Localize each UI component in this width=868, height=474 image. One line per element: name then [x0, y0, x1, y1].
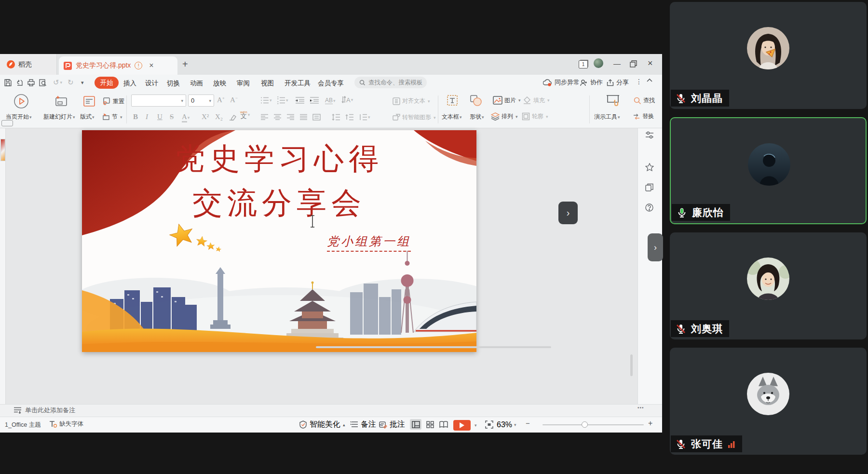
text-box-icon[interactable]: [447, 95, 458, 106]
menu-tab-home[interactable]: 开始: [95, 77, 119, 89]
menu-tab-member[interactable]: 会员专享: [318, 79, 344, 88]
menu-tab-animation[interactable]: 动画: [190, 79, 203, 88]
slide-layout-label[interactable]: 版式▾: [80, 113, 95, 121]
slide-thumbnail[interactable]: [0, 139, 5, 161]
tab-document[interactable]: 党史学习心得.pptx ! ×: [59, 56, 177, 75]
presentation-tools-icon[interactable]: [606, 94, 620, 108]
reading-view-button[interactable]: [438, 419, 449, 430]
underline-button[interactable]: U: [157, 113, 163, 121]
menu-tab-insert[interactable]: 插入: [123, 79, 136, 88]
section-button[interactable]: 节▾: [102, 113, 122, 121]
align-text-button[interactable]: 对齐文本▾: [393, 97, 430, 105]
bold-button[interactable]: B: [133, 113, 138, 121]
slide-layout-icon[interactable]: [83, 95, 95, 107]
slide-panel-collapsed[interactable]: [0, 128, 6, 404]
menu-tab-transition[interactable]: 切换: [167, 79, 180, 88]
align-center-icon[interactable]: [273, 114, 282, 121]
sync-status-button[interactable]: 同步异常: [543, 78, 580, 87]
font-name-combo[interactable]: ▾: [131, 95, 186, 107]
increase-font-icon[interactable]: A+: [217, 95, 225, 104]
reset-slide-button[interactable]: 重置: [102, 97, 124, 106]
panel-expand-handle[interactable]: ›: [558, 202, 578, 224]
find-button[interactable]: 查找: [634, 96, 655, 105]
distribute-icon[interactable]: [312, 114, 321, 121]
increase-indent-icon[interactable]: [310, 96, 319, 104]
new-tab-button[interactable]: +: [182, 59, 188, 70]
duplicate-icon[interactable]: [645, 183, 653, 191]
zoom-in-button[interactable]: +: [648, 419, 652, 428]
font-color-button[interactable]: A▾: [182, 113, 190, 122]
normal-view-button[interactable]: [410, 419, 421, 430]
presentation-tools-label[interactable]: 演示工具▾: [594, 113, 620, 121]
close-window-button[interactable]: ×: [648, 58, 653, 68]
qat-collapse-icon[interactable]: ▾: [81, 80, 84, 86]
smart-graphic-button[interactable]: 转智能图形▾: [393, 113, 436, 122]
output-icon[interactable]: [15, 79, 24, 87]
zoom-slider-thumb[interactable]: [582, 421, 588, 428]
tab-close-icon[interactable]: ×: [149, 61, 153, 70]
collapse-ribbon-icon[interactable]: [646, 77, 653, 84]
collaborate-button[interactable]: 协作: [580, 78, 603, 87]
participant-tile[interactable]: 刘奥琪: [670, 232, 867, 339]
justify-icon[interactable]: [299, 114, 308, 121]
play-from-current-icon[interactable]: [14, 94, 29, 109]
adjust-settings-icon[interactable]: [645, 131, 654, 139]
star-favorite-icon[interactable]: [645, 163, 654, 171]
text-direction-button[interactable]: A▾: [341, 96, 353, 104]
participant-tile[interactable]: 张可佳: [670, 348, 867, 455]
notes-more-icon[interactable]: •••: [637, 405, 644, 410]
theme-indicator[interactable]: 1_Office 主题: [5, 421, 41, 429]
slide-subtitle[interactable]: 党小组第一组: [318, 233, 420, 249]
strikethrough-button[interactable]: S: [170, 113, 174, 121]
menu-tab-design[interactable]: 设计: [145, 79, 158, 88]
vertical-scrollbar[interactable]: [630, 354, 633, 376]
participant-tile[interactable]: 廉欣怡: [670, 117, 867, 224]
participant-tile[interactable]: 刘晶晶: [670, 2, 867, 109]
print-icon[interactable]: [27, 79, 35, 87]
window-count-badge[interactable]: 1: [579, 60, 588, 68]
horizontal-scrollbar[interactable]: [316, 346, 551, 348]
clear-format-icon[interactable]: [229, 114, 237, 122]
outline-button[interactable]: 轮廓▾: [522, 112, 548, 121]
smart-beautify-button[interactable]: 智能美化 ▴: [299, 420, 345, 430]
print-preview-icon[interactable]: [39, 79, 47, 87]
notes-placeholder[interactable]: 单击此处添加备注: [25, 406, 75, 415]
picture-button[interactable]: 图片▾: [493, 96, 521, 105]
command-search-input[interactable]: 查找命令、搜索模板: [354, 77, 427, 88]
play-options-caret[interactable]: ▾: [475, 423, 477, 428]
arrange-button[interactable]: 排列▾: [491, 112, 518, 121]
superscript-button[interactable]: X²: [202, 113, 209, 121]
paragraph-spacing-icon[interactable]: [345, 114, 354, 121]
restore-button[interactable]: [630, 60, 637, 68]
slide-title-line1[interactable]: 党史学习心得: [82, 144, 476, 174]
meeting-panel-collapse-handle[interactable]: ›: [648, 233, 663, 261]
fit-slide-icon[interactable]: [485, 420, 493, 429]
slideshow-play-button[interactable]: [453, 420, 471, 431]
help-icon[interactable]: [645, 203, 653, 212]
redo-icon[interactable]: ↻: [68, 78, 74, 87]
save-icon[interactable]: [4, 79, 12, 87]
subscript-button[interactable]: X₂: [215, 113, 223, 121]
share-button[interactable]: 分享: [607, 78, 629, 87]
text-box-label[interactable]: 文本框▾: [442, 113, 462, 121]
align-left-icon[interactable]: [260, 114, 269, 121]
sync-warning-icon[interactable]: !: [135, 62, 142, 69]
more-options-icon[interactable]: ⋮: [636, 78, 642, 85]
slide-sorter-view-button[interactable]: [424, 419, 436, 430]
menu-tab-view[interactable]: 视图: [261, 79, 274, 88]
decrease-font-icon[interactable]: A−: [230, 95, 238, 104]
zoom-level-button[interactable]: 63%▾: [497, 420, 516, 429]
shapes-icon[interactable]: [470, 94, 482, 107]
align-right-icon[interactable]: [286, 114, 295, 121]
font-size-combo[interactable]: 0▾: [188, 95, 214, 107]
comments-button[interactable]: 批注: [379, 420, 405, 430]
zoom-out-button[interactable]: −: [526, 419, 530, 427]
fill-button[interactable]: 填充▾: [523, 96, 550, 105]
numbered-list-icon[interactable]: ▾: [277, 96, 288, 104]
slide-panel-toggle[interactable]: [1, 120, 13, 126]
char-spacing-button[interactable]: AB▾: [325, 97, 336, 104]
line-options-icon[interactable]: ▾: [359, 114, 370, 121]
bullet-list-icon[interactable]: ▾: [260, 96, 272, 104]
account-avatar[interactable]: [594, 58, 603, 68]
undo-icon[interactable]: ↺▾: [53, 78, 62, 87]
